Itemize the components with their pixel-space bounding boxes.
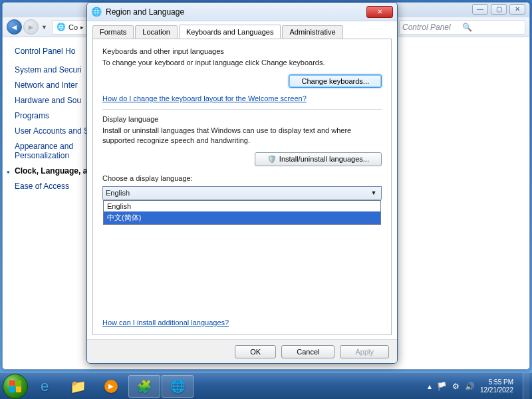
breadcrumb[interactable]: 🌐 Co ▸ — [52, 20, 88, 35]
tab-administrative[interactable]: Administrative — [282, 25, 342, 39]
tab-keyboards-and-languages[interactable]: Keyboards and Languages — [179, 25, 281, 39]
dropdown-option[interactable]: English — [104, 201, 380, 211]
group-desc-display-language: Install or uninstall languages that Wind… — [102, 126, 382, 146]
tab-location[interactable]: Location — [135, 25, 178, 39]
dialog-close-button[interactable]: ✕ — [366, 6, 393, 18]
taskbar-region-language[interactable]: 🌐 — [162, 375, 194, 398]
nav-history-dropdown[interactable]: ▼ — [41, 24, 49, 31]
install-languages-button[interactable]: Install/uninstall languages... — [255, 152, 382, 166]
system-tray: ▴ 🏳️ ⚙ 🔊 5:55 PM 12/21/2022 — [428, 373, 529, 400]
globe-icon: 🌐 — [91, 7, 102, 17]
link-welcome-screen-layout[interactable]: How do I change the keyboard layout for … — [102, 94, 307, 102]
globe-icon: 🌐 — [57, 23, 66, 31]
change-keyboards-button[interactable]: Change keyboards... — [289, 74, 382, 88]
tray-network-icon[interactable]: ⚙ — [452, 382, 460, 391]
tray-overflow-icon[interactable]: ▴ — [428, 382, 432, 391]
taskbar-control-panel[interactable]: 🧩 — [128, 375, 160, 398]
show-desktop-button[interactable] — [523, 373, 529, 400]
search-placeholder: Control Panel — [402, 23, 462, 32]
taskbar-file-explorer[interactable]: 📁 — [62, 375, 94, 398]
taskbar: e 📁 ▶ 🧩 🌐 ▴ 🏳️ ⚙ 🔊 5:55 PM 12/21/2022 — [0, 372, 532, 399]
group-title-keyboards: Keyboards and other input languages — [102, 47, 382, 55]
tab-strip: FormatsLocationKeyboards and LanguagesAd… — [87, 21, 397, 39]
search-input[interactable]: Control Panel 🔍 — [399, 20, 525, 35]
apply-button[interactable]: Apply — [340, 345, 389, 358]
maximize-button[interactable]: ▢ — [491, 4, 507, 15]
dialog-titlebar[interactable]: 🌐 Region and Language ✕ — [87, 3, 397, 21]
dialog-title: Region and Language — [106, 7, 366, 17]
tab-panel: Keyboards and other input languages To c… — [92, 39, 392, 335]
dropdown-option[interactable]: 中文(简体) — [104, 211, 380, 224]
link-install-additional-languages[interactable]: How can I install additional languages? — [102, 319, 229, 327]
dialog-button-row: OK Cancel Apply — [87, 339, 397, 363]
start-button[interactable] — [3, 374, 28, 399]
display-language-select[interactable]: English ▼ English中文(简体) — [102, 186, 382, 200]
taskbar-media-player[interactable]: ▶ — [95, 375, 127, 398]
ok-button[interactable]: OK — [235, 345, 276, 358]
tab-formats[interactable]: Formats — [92, 25, 134, 39]
group-desc-keyboards: To change your keyboard or input languag… — [102, 58, 382, 68]
search-icon: 🔍 — [462, 23, 522, 32]
tray-volume-icon[interactable]: 🔊 — [465, 382, 475, 391]
tray-clock[interactable]: 5:55 PM 12/21/2022 — [480, 378, 513, 394]
cancel-button[interactable]: Cancel — [281, 345, 334, 358]
tray-time: 5:55 PM — [480, 378, 513, 386]
breadcrumb-text: Co — [68, 23, 78, 31]
close-window-button[interactable]: ✕ — [509, 4, 525, 15]
display-language-dropdown: English中文(简体) — [103, 200, 381, 225]
nav-back-button[interactable]: ◄ — [7, 19, 22, 35]
chevron-down-icon: ▼ — [369, 190, 378, 196]
minimize-button[interactable]: — — [472, 4, 488, 15]
display-language-selected: English — [106, 189, 369, 197]
taskbar-internet-explorer[interactable]: e — [29, 375, 61, 398]
choose-language-label: Choose a display language: — [102, 174, 382, 182]
tray-action-center-icon[interactable]: 🏳️ — [437, 382, 447, 391]
region-language-dialog: 🌐 Region and Language ✕ FormatsLocationK… — [86, 2, 398, 364]
tray-date: 12/21/2022 — [480, 386, 513, 394]
group-title-display-language: Display language — [102, 115, 382, 123]
windows-logo-icon — [9, 380, 21, 392]
nav-forward-button[interactable]: ► — [23, 19, 39, 35]
